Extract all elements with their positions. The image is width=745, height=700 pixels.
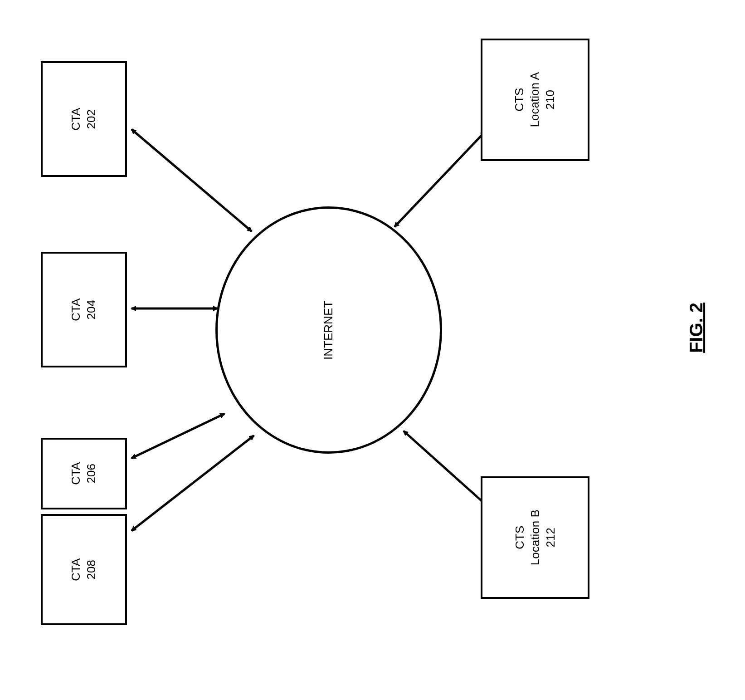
node-cta202-ref: 202 <box>84 109 98 129</box>
diagram-canvas: CTA 202 CTA 204 CTA 206 CTA 208 CTS Loca… <box>0 0 745 700</box>
node-internet-label: INTERNET <box>321 300 336 359</box>
figure-caption: FIG. 2 <box>686 303 706 353</box>
arrow-cta202-internet <box>131 129 252 231</box>
node-cta208-ref: 208 <box>84 560 98 579</box>
node-cta208-label: CTA <box>69 558 83 581</box>
node-ctsA-line3: 210 <box>543 90 557 109</box>
arrow-ctsA-internet <box>394 132 485 227</box>
node-cta206-label: CTA <box>69 462 83 485</box>
node-ctsB-line3: 212 <box>543 528 557 547</box>
node-ctsB: CTS Location B 212 <box>481 476 589 599</box>
node-cta206-ref: 206 <box>84 464 98 483</box>
node-cta204-label: CTA <box>69 298 83 321</box>
node-cta202-label: CTA <box>69 108 83 130</box>
arrow-ctsB-internet <box>404 431 490 508</box>
node-cta206: CTA 206 <box>41 438 127 509</box>
node-ctsA-line2: Location A <box>528 72 541 127</box>
node-cta208: CTA 208 <box>41 514 127 625</box>
node-cta204-ref: 204 <box>84 300 98 319</box>
arrow-cta206-internet <box>131 414 224 458</box>
node-ctsB-line1: CTS <box>512 526 526 549</box>
node-internet: INTERNET <box>215 206 442 454</box>
node-ctsA-line1: CTS <box>512 88 526 112</box>
node-cta204: CTA 204 <box>41 252 127 367</box>
node-ctsB-line2: Location B <box>528 510 541 566</box>
node-cta202: CTA 202 <box>41 61 127 177</box>
node-ctsA: CTS Location A 210 <box>481 39 589 161</box>
arrow-cta208-internet <box>131 436 254 531</box>
